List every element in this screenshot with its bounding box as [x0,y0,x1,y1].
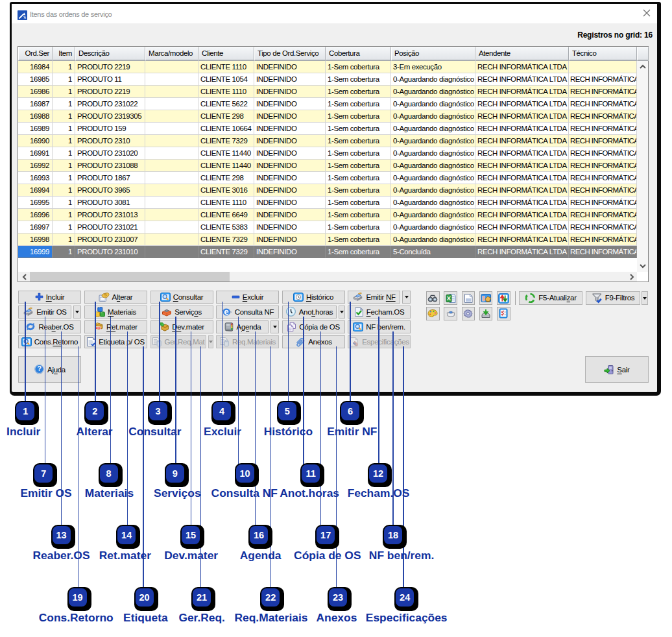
svg-text:X: X [446,294,451,302]
svg-text:?: ? [37,365,41,372]
